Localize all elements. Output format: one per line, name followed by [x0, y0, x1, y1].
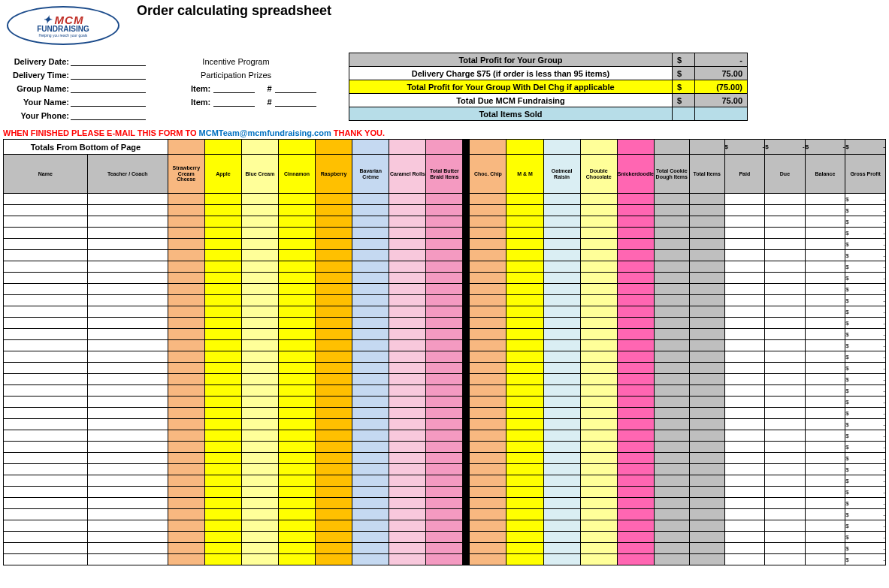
- cell-product[interactable]: [543, 351, 580, 363]
- cell-product[interactable]: [426, 498, 463, 509]
- cell-money[interactable]: [724, 363, 765, 374]
- cell-product[interactable]: [241, 374, 278, 385]
- cell-product[interactable]: [543, 306, 580, 318]
- cell-product[interactable]: [426, 543, 463, 554]
- cell-product[interactable]: [543, 408, 580, 419]
- cell-product[interactable]: [580, 216, 617, 228]
- cell-product[interactable]: [543, 194, 580, 205]
- cell-product[interactable]: [241, 532, 278, 543]
- cell-product[interactable]: [241, 250, 278, 261]
- cell-product[interactable]: [543, 363, 580, 374]
- cell-product[interactable]: [470, 442, 506, 453]
- cell-name[interactable]: [4, 475, 88, 487]
- cell-product[interactable]: [168, 554, 204, 565]
- cell-product[interactable]: [279, 453, 316, 464]
- cell-product[interactable]: [426, 475, 463, 487]
- cell-product[interactable]: [470, 295, 506, 306]
- cell-product[interactable]: [352, 543, 389, 554]
- cell-product[interactable]: [279, 532, 316, 543]
- cell-product[interactable]: [168, 408, 204, 419]
- cell-product[interactable]: [580, 250, 617, 261]
- cell-product[interactable]: [470, 487, 506, 498]
- cell-product[interactable]: [617, 228, 654, 239]
- cell-product[interactable]: [543, 239, 580, 250]
- cell-teacher[interactable]: [87, 261, 168, 273]
- cell-money[interactable]: [724, 351, 765, 363]
- cell-product[interactable]: [617, 273, 654, 284]
- cell-product[interactable]: [543, 273, 580, 284]
- cell-money[interactable]: [724, 194, 765, 205]
- cell-product[interactable]: [543, 374, 580, 385]
- cell-product[interactable]: [617, 554, 654, 565]
- cell-product[interactable]: [470, 453, 506, 464]
- cell-money[interactable]: [724, 453, 765, 464]
- cell-product[interactable]: [389, 442, 426, 453]
- cell-product[interactable]: [279, 216, 316, 228]
- cell-product[interactable]: [168, 430, 204, 442]
- cell-product[interactable]: [617, 363, 654, 374]
- cell-product[interactable]: [426, 239, 463, 250]
- cell-product[interactable]: [580, 205, 617, 216]
- cell-product[interactable]: [279, 543, 316, 554]
- cell-product[interactable]: [352, 216, 389, 228]
- cell-teacher[interactable]: [87, 475, 168, 487]
- cell-product[interactable]: [389, 205, 426, 216]
- cell-product[interactable]: [543, 442, 580, 453]
- cell-product[interactable]: [279, 374, 316, 385]
- cell-product[interactable]: [204, 228, 241, 239]
- cell-product[interactable]: [470, 419, 506, 430]
- cell-product[interactable]: [204, 284, 241, 295]
- cell-product[interactable]: [316, 442, 352, 453]
- cell-product[interactable]: [316, 419, 352, 430]
- cell-product[interactable]: [580, 520, 617, 532]
- cell-product[interactable]: [426, 374, 463, 385]
- cell-teacher[interactable]: [87, 385, 168, 397]
- cell-product[interactable]: [506, 329, 543, 340]
- cell-money[interactable]: [724, 520, 765, 532]
- cell-money[interactable]: [724, 408, 765, 419]
- cell-product[interactable]: [389, 487, 426, 498]
- cell-product[interactable]: [204, 397, 241, 408]
- cell-product[interactable]: [543, 329, 580, 340]
- cell-product[interactable]: [543, 216, 580, 228]
- cell-product[interactable]: [204, 475, 241, 487]
- cell-product[interactable]: [470, 509, 506, 520]
- cell-product[interactable]: [241, 430, 278, 442]
- cell-product[interactable]: [389, 408, 426, 419]
- cell-product[interactable]: [617, 419, 654, 430]
- cell-name[interactable]: [4, 284, 88, 295]
- cell-product[interactable]: [241, 509, 278, 520]
- cell-product[interactable]: [470, 408, 506, 419]
- cell-product[interactable]: [352, 295, 389, 306]
- cell-product[interactable]: [204, 509, 241, 520]
- cell-product[interactable]: [506, 363, 543, 374]
- cell-product[interactable]: [426, 205, 463, 216]
- cell-product[interactable]: [543, 205, 580, 216]
- cell-product[interactable]: [168, 228, 204, 239]
- cell-product[interactable]: [389, 250, 426, 261]
- cell-product[interactable]: [617, 205, 654, 216]
- cell-product[interactable]: [352, 419, 389, 430]
- cell-product[interactable]: [168, 284, 204, 295]
- cell-product[interactable]: [543, 250, 580, 261]
- cell-product[interactable]: [316, 306, 352, 318]
- cell-product[interactable]: [506, 442, 543, 453]
- cell-product[interactable]: [389, 363, 426, 374]
- cell-product[interactable]: [204, 408, 241, 419]
- cell-product[interactable]: [204, 430, 241, 442]
- cell-product[interactable]: [470, 363, 506, 374]
- cell-product[interactable]: [580, 464, 617, 475]
- cell-product[interactable]: [241, 543, 278, 554]
- cell-product[interactable]: [241, 475, 278, 487]
- cell-product[interactable]: [168, 261, 204, 273]
- input-delivery-date[interactable]: [71, 56, 146, 66]
- cell-product[interactable]: [426, 284, 463, 295]
- cell-product[interactable]: [617, 408, 654, 419]
- cell-product[interactable]: [580, 453, 617, 464]
- cell-product[interactable]: [470, 306, 506, 318]
- cell-product[interactable]: [279, 340, 316, 351]
- cell-product[interactable]: [543, 498, 580, 509]
- cell-product[interactable]: [543, 261, 580, 273]
- cell-product[interactable]: [617, 306, 654, 318]
- cell-product[interactable]: [617, 284, 654, 295]
